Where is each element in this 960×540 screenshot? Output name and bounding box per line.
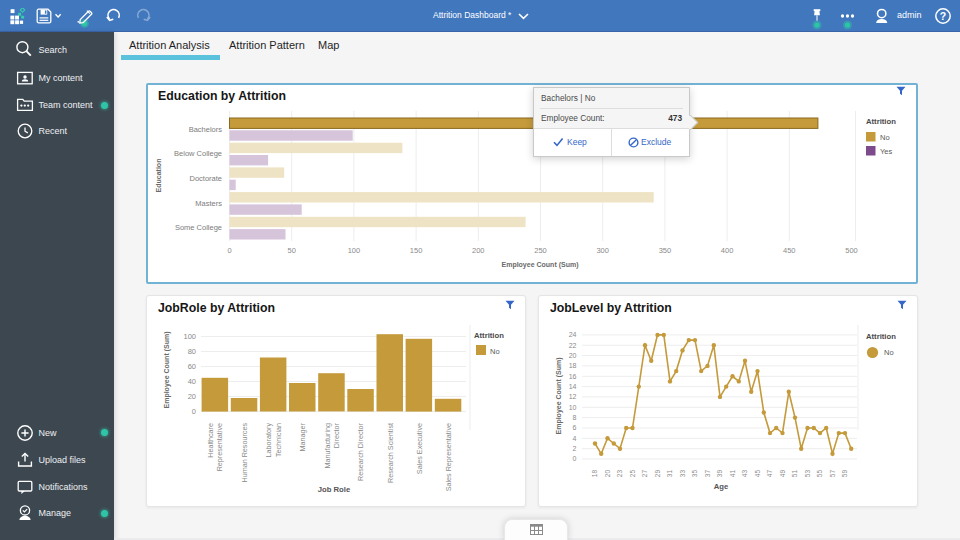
svg-text:Representative: Representative <box>215 423 224 471</box>
svg-text:27: 27 <box>641 470 648 478</box>
svg-text:80: 80 <box>188 347 196 356</box>
svg-text:350: 350 <box>659 246 672 255</box>
svg-text:10: 10 <box>569 404 577 411</box>
svg-text:Healthcare: Healthcare <box>206 423 215 458</box>
svg-text:Technician: Technician <box>274 423 283 457</box>
svg-text:450: 450 <box>783 246 796 255</box>
svg-text:Research Director: Research Director <box>356 422 365 481</box>
svg-text:16: 16 <box>569 373 577 380</box>
svg-text:Employee Count (Sum): Employee Count (Sum) <box>501 261 578 269</box>
svg-text:Age: Age <box>714 482 729 491</box>
svg-text:18: 18 <box>591 470 598 478</box>
svg-text:60: 60 <box>188 362 196 371</box>
svg-text:50: 50 <box>288 246 296 255</box>
svg-text:4: 4 <box>573 435 577 442</box>
svg-text:0: 0 <box>192 407 196 416</box>
svg-text:Research Scientist: Research Scientist <box>386 423 395 483</box>
svg-text:Attrition: Attrition <box>866 332 896 341</box>
svg-text:8: 8 <box>573 414 577 421</box>
svg-text:250: 250 <box>534 246 547 255</box>
svg-text:No: No <box>490 347 500 356</box>
svg-text:37: 37 <box>704 470 711 478</box>
svg-text:150: 150 <box>410 246 423 255</box>
svg-text:Yes: Yes <box>880 147 892 156</box>
svg-text:39: 39 <box>716 470 723 478</box>
svg-text:40: 40 <box>188 377 196 386</box>
svg-text:Sales Representative: Sales Representative <box>444 423 453 491</box>
svg-text:?: ? <box>940 10 946 22</box>
svg-text:43: 43 <box>741 470 748 478</box>
svg-text:31: 31 <box>666 470 673 478</box>
svg-text:59: 59 <box>841 470 848 478</box>
svg-text:20: 20 <box>604 470 611 478</box>
svg-text:Manager: Manager <box>298 422 307 451</box>
svg-text:Director: Director <box>332 422 341 448</box>
svg-text:Manufacturing: Manufacturing <box>323 423 332 469</box>
svg-text:Bachelors: Bachelors <box>189 125 223 134</box>
svg-text:Some College: Some College <box>175 223 222 232</box>
svg-text:12: 12 <box>569 393 577 400</box>
svg-text:20: 20 <box>188 392 196 401</box>
svg-text:24: 24 <box>569 331 577 338</box>
svg-text:29: 29 <box>654 470 661 478</box>
svg-text:Masters: Masters <box>195 199 222 208</box>
svg-text:Doctorate: Doctorate <box>189 174 222 183</box>
svg-text:Job Role: Job Role <box>318 485 351 494</box>
svg-text:53: 53 <box>804 470 811 478</box>
svg-text:49: 49 <box>779 470 786 478</box>
svg-text:51: 51 <box>791 470 798 478</box>
svg-text:47: 47 <box>766 470 773 478</box>
svg-text:Education: Education <box>155 159 162 193</box>
svg-text:23: 23 <box>616 470 623 478</box>
svg-text:18: 18 <box>569 362 577 369</box>
svg-text:35: 35 <box>691 470 698 478</box>
svg-text:Employee Count (Sum): Employee Count (Sum) <box>163 331 171 408</box>
svg-text:Human Resources: Human Resources <box>240 423 249 483</box>
svg-text:Below College: Below College <box>174 149 222 158</box>
svg-text:Attrition: Attrition <box>474 331 504 340</box>
svg-text:14: 14 <box>569 383 577 390</box>
svg-text:33: 33 <box>679 470 686 478</box>
svg-text:500: 500 <box>845 246 858 255</box>
svg-text:300: 300 <box>596 246 609 255</box>
svg-text:Sales Executive: Sales Executive <box>415 423 424 474</box>
svg-text:100: 100 <box>348 246 361 255</box>
svg-text:0: 0 <box>227 246 231 255</box>
svg-text:Employee Count (Sum): Employee Count (Sum) <box>555 357 563 434</box>
svg-text:2: 2 <box>573 445 577 452</box>
svg-text:Laboratory: Laboratory <box>264 423 273 458</box>
svg-text:45: 45 <box>754 470 761 478</box>
svg-text:Attrition: Attrition <box>866 117 896 126</box>
svg-text:200: 200 <box>472 246 485 255</box>
svg-text:20: 20 <box>569 352 577 359</box>
svg-text:No: No <box>880 133 890 142</box>
svg-text:22: 22 <box>569 342 577 349</box>
svg-text:41: 41 <box>729 470 736 478</box>
svg-text:100: 100 <box>183 332 196 341</box>
svg-text:57: 57 <box>829 470 836 478</box>
svg-text:No: No <box>884 348 894 357</box>
svg-text:55: 55 <box>816 470 823 478</box>
svg-text:25: 25 <box>629 470 636 478</box>
svg-text:6: 6 <box>573 424 577 431</box>
svg-text:400: 400 <box>721 246 734 255</box>
svg-text:0: 0 <box>573 455 577 462</box>
